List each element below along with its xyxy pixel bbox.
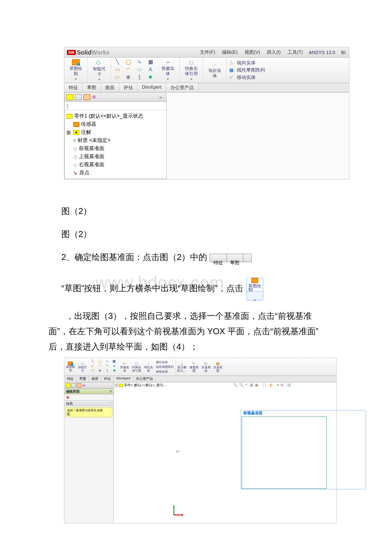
tree-body: 零件1 (默认<<默认>_显示状态 传感器 ⊞A注解 ≡材质 <未指定> ◇前视… [65, 110, 166, 179]
polygon-icon[interactable]: ⊕ [126, 74, 130, 80]
linear-pattern-button[interactable]: ▦线性草图阵列 [229, 67, 265, 73]
tab-surface[interactable]: 曲面 [101, 83, 119, 92]
filter-icon[interactable]: ⟆ [66, 103, 69, 109]
text-icon[interactable]: A [149, 66, 152, 72]
tab-evaluate[interactable]: 评估 [101, 376, 114, 382]
pm-tab-1[interactable] [66, 383, 70, 387]
tab-dimxpert[interactable]: DimXpert [114, 376, 133, 382]
circle-icon[interactable]: ◯ [126, 59, 131, 65]
menu-edit[interactable]: 编辑(E) [219, 48, 241, 57]
zoom-fit-icon[interactable]: 🔍 [233, 383, 238, 387]
menu-ansys[interactable]: ANSYS 13.0 [306, 49, 338, 56]
sketch-draw-button[interactable]: 草图绘 制 ▾ [67, 59, 85, 81]
tree-tab-icon-1[interactable] [66, 94, 73, 100]
tab-office[interactable]: 办公室产品 [166, 83, 199, 92]
offset-button[interactable]: ⟋ 等距实 体 [206, 62, 224, 78]
fillet-icon[interactable]: ⟆ [138, 74, 141, 80]
tree-material[interactable]: ≡材质 <未指定> [66, 136, 165, 145]
sketch-icon [72, 59, 80, 65]
convert-button[interactable]: ▢ 转换实 体引用 ▾ [182, 60, 200, 81]
convert-button[interactable]: ▢转换实 体引用 [130, 358, 142, 376]
scene-icon[interactable]: ✿ [280, 383, 284, 387]
tree-root[interactable]: 零件1 (默认<<默认>_显示状态 [66, 112, 165, 120]
appearance-icon[interactable]: ● [277, 383, 279, 387]
menu-insert[interactable]: 插入(I) [263, 48, 284, 57]
trim-button[interactable]: ✂剪裁实 体 [118, 358, 130, 376]
trim-button[interactable]: ✂ 剪裁实 体 ▾ [159, 60, 177, 81]
rapid-sketch-button[interactable]: ▦快速草 图 [212, 358, 224, 376]
plane-highlight[interactable] [242, 416, 327, 489]
pm-tab-4[interactable]: ⊕ [82, 383, 87, 387]
mirror-button[interactable]: 镜向实体 [156, 360, 174, 364]
point-icon[interactable]: ✱ [148, 74, 153, 80]
pm-tab-3[interactable] [77, 383, 81, 387]
menu-tools[interactable]: 工具(T) [284, 48, 306, 57]
smart-dimension-button[interactable]: 智能尺 寸 ▾ [90, 59, 108, 81]
flyout-tree[interactable]: + 零件1 (默认<<默认>_显示… [114, 382, 167, 388]
part-icon [66, 114, 72, 119]
tab-feature[interactable]: 特征 [64, 83, 83, 92]
inline-tabs-image: 特征 草图 [210, 254, 252, 262]
offset-button[interactable]: ⟋等距实 体 [142, 358, 154, 376]
expand-icon[interactable]: + [115, 384, 118, 387]
pattern-col: 镜向实体 线性草图阵列 移动实体 [154, 358, 176, 376]
display-icon[interactable]: ▢ [262, 383, 266, 387]
graphics-area[interactable]: + 零件1 (默认<<默认>_显示… 🔍 🔍 ↶ ▦ ▣ · ▢ · ◐ · ● [114, 382, 336, 523]
linear-pattern-button[interactable]: 线性草图阵列 [156, 365, 174, 369]
tree-tab-icon-3[interactable] [84, 94, 90, 100]
inline-tab-blank [243, 254, 251, 262]
tree-top-plane[interactable]: ◇上视基准面 [66, 153, 165, 161]
hide-show-icon[interactable]: ◐ [270, 383, 273, 387]
rectangle-icon[interactable]: ▭ [115, 66, 120, 72]
repair-button[interactable]: ✎修复草 图 [188, 358, 200, 376]
prev-view-icon[interactable]: ↶ [245, 383, 248, 387]
tab-surface[interactable]: 曲面 [89, 376, 101, 382]
pm-cancel[interactable]: ✕ [64, 394, 113, 400]
feature-tree: ⊕ » ⟆ 零件1 (默认<<默认>_显示状态 传感器 ⊞A注解 ≡材质 <未指… [64, 92, 167, 179]
sketch-draw-button[interactable]: 草图绘 制 [64, 358, 76, 376]
help-icon[interactable]: ? [110, 390, 112, 393]
quick-snap-button[interactable]: ⊡快速捕 捉 [200, 358, 212, 376]
tree-annotations[interactable]: ⊞A注解 [66, 128, 165, 136]
pattern-icon[interactable]: ▦ [148, 59, 153, 65]
move-button[interactable]: 移动实体 [156, 370, 174, 374]
tab-evaluate[interactable]: 评估 [119, 83, 138, 92]
section-icon[interactable]: ▦ [250, 383, 254, 387]
pm-tabs: ⊕ [64, 382, 113, 388]
inline-tab-sketch: 草图 [227, 254, 243, 262]
logo-text-2: Works [92, 49, 110, 56]
ribbon-group-dim: 智能尺 寸 ▾ [88, 58, 111, 83]
pm-info-header[interactable]: 信息 ⌃ [64, 400, 113, 406]
menu-view[interactable]: 视图(V) [241, 48, 264, 57]
tab-dimxpert[interactable]: DimXpert [138, 83, 166, 92]
settings-icon[interactable]: ▤ [287, 383, 291, 387]
pm-tab-2[interactable] [71, 383, 76, 387]
zoom-area-icon[interactable]: 🔍 [239, 383, 244, 387]
show-delete-button[interactable]: ⊥显示/删 除几… [176, 358, 188, 376]
line-icon[interactable]: ╲ [116, 59, 119, 65]
menu-file[interactable]: 文件(F) [196, 48, 219, 57]
smart-dimension-button[interactable]: ◇智能尺 寸 [76, 358, 88, 376]
mirror-button[interactable]: ⧊镜向实体 [229, 60, 265, 66]
move-button[interactable]: ⤢移动实体 [229, 74, 265, 81]
tab-feature[interactable]: 特征 [64, 376, 77, 382]
tab-sketch[interactable]: 草图 [83, 83, 101, 92]
tree-right-plane[interactable]: ◇右视基准面 [66, 161, 165, 169]
tree-front-plane[interactable]: ◇前视基准面 [66, 145, 165, 153]
x-axis-icon [173, 515, 183, 515]
arc-icon[interactable]: ◠ [126, 66, 130, 72]
slot-icon[interactable]: ⬭ [115, 74, 119, 80]
step-2-para2: ，出现图（3），按照自己要求，选择一个基准面，点击“前视基准面”，在左下角可以看… [49, 308, 331, 354]
tree-tab-icon-2[interactable] [75, 94, 82, 100]
tree-origin[interactable]: ↳原点 [66, 169, 165, 177]
tree-tab-icon-4[interactable]: ⊕ [92, 94, 99, 100]
spline-icon[interactable]: ∿ [137, 59, 141, 65]
plane-handle[interactable] [176, 451, 179, 452]
tab-sketch[interactable]: 草图 [77, 376, 89, 382]
view-orient-icon[interactable]: ▣ [255, 383, 259, 387]
tree-sensors[interactable]: 传感器 [66, 120, 165, 128]
ellipse-icon[interactable]: ⬭ [137, 66, 141, 72]
tree-expand-icon[interactable]: » [159, 95, 162, 100]
tab-office[interactable]: 办公室产品 [133, 376, 156, 382]
part-icon [119, 384, 123, 387]
